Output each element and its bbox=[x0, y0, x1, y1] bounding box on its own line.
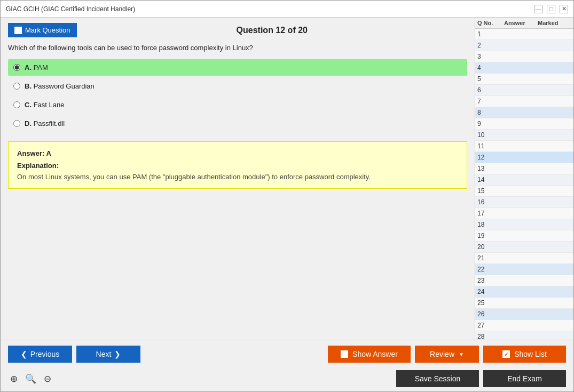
option-c[interactable]: C. Fast Lane bbox=[8, 97, 467, 113]
sidebar-row[interactable]: 27 bbox=[475, 320, 573, 331]
row-qnum: 20 bbox=[477, 243, 504, 251]
row-qnum: 11 bbox=[477, 142, 504, 150]
row-marked bbox=[538, 322, 571, 329]
bottom-bar: Previous Next Show Answer Review ▼ ✓ Sho… bbox=[1, 340, 573, 391]
title-bar: GIAC GCIH (GIAC Certified Incident Handl… bbox=[1, 1, 573, 18]
zoom-out-button[interactable]: ⊖ bbox=[42, 372, 53, 386]
sidebar-row[interactable]: 22 bbox=[475, 264, 573, 275]
row-answer bbox=[504, 120, 538, 127]
sidebar-row[interactable]: 21 bbox=[475, 253, 573, 264]
row-answer bbox=[504, 30, 538, 38]
sidebar-row[interactable]: 18 bbox=[475, 219, 573, 230]
sidebar-row[interactable]: 4 bbox=[475, 62, 573, 74]
sidebar-row[interactable]: 16 bbox=[475, 197, 573, 208]
row-qnum: 23 bbox=[477, 277, 504, 284]
previous-label: Previous bbox=[30, 350, 59, 358]
row-qnum: 12 bbox=[477, 154, 504, 161]
row-marked bbox=[538, 53, 571, 60]
row-qnum: 26 bbox=[477, 310, 504, 318]
radio-a[interactable] bbox=[13, 64, 20, 71]
review-button[interactable]: Review ▼ bbox=[415, 346, 479, 363]
sidebar-row[interactable]: 13 bbox=[475, 163, 573, 174]
row-marked bbox=[538, 232, 571, 239]
row-marked bbox=[538, 266, 571, 273]
row-answer bbox=[504, 131, 538, 139]
sidebar-row[interactable]: 12 bbox=[475, 152, 573, 163]
row-answer bbox=[504, 310, 538, 318]
row-marked bbox=[538, 277, 571, 284]
col-answer: Answer bbox=[504, 20, 538, 26]
show-answer-label: Show Answer bbox=[352, 350, 398, 358]
row-answer bbox=[504, 254, 538, 262]
sidebar-row[interactable]: 19 bbox=[475, 230, 573, 242]
option-a[interactable]: A. PAM bbox=[8, 59, 467, 76]
sidebar-row[interactable]: 11 bbox=[475, 141, 573, 152]
zoom-in-button[interactable]: ⊕ bbox=[8, 372, 20, 386]
row-marked bbox=[538, 120, 571, 127]
minimize-button[interactable]: — bbox=[534, 5, 542, 13]
row-qnum: 3 bbox=[477, 53, 504, 60]
radio-c[interactable] bbox=[13, 101, 20, 108]
option-a-label: A. bbox=[25, 63, 34, 71]
option-d[interactable]: D. Passfilt.dll bbox=[8, 115, 467, 132]
sidebar-row[interactable]: 20 bbox=[475, 242, 573, 253]
row-marked bbox=[538, 131, 571, 139]
question-text: Which of the following tools can be used… bbox=[8, 44, 467, 52]
arrow-left-icon bbox=[21, 350, 27, 358]
mark-question-button[interactable]: Mark Question bbox=[8, 23, 77, 37]
row-marked bbox=[538, 75, 571, 83]
row-marked bbox=[538, 98, 571, 105]
sidebar-row[interactable]: 25 bbox=[475, 298, 573, 309]
row-answer bbox=[504, 42, 538, 49]
radio-d[interactable] bbox=[13, 120, 20, 127]
show-answer-button[interactable]: Show Answer bbox=[328, 346, 411, 363]
show-list-button[interactable]: ✓ Show List bbox=[483, 346, 566, 363]
row-marked bbox=[538, 198, 571, 206]
close-button[interactable]: ✕ bbox=[560, 5, 568, 13]
row-marked bbox=[538, 254, 571, 262]
sidebar-row[interactable]: 6 bbox=[475, 85, 573, 96]
sidebar-row[interactable]: 9 bbox=[475, 118, 573, 130]
sidebar-row[interactable]: 23 bbox=[475, 275, 573, 286]
sidebar-row[interactable]: 17 bbox=[475, 208, 573, 219]
previous-button[interactable]: Previous bbox=[8, 346, 72, 363]
sidebar-row[interactable]: 24 bbox=[475, 286, 573, 298]
row-answer bbox=[504, 98, 538, 105]
sidebar-row[interactable]: 2 bbox=[475, 40, 573, 51]
row-marked bbox=[538, 176, 571, 183]
end-exam-button[interactable]: End Exam bbox=[483, 370, 566, 387]
row-answer bbox=[504, 165, 538, 172]
row-answer bbox=[504, 154, 538, 161]
bookmark-icon bbox=[14, 27, 22, 34]
review-label: Review bbox=[430, 350, 454, 358]
sidebar-row[interactable]: 15 bbox=[475, 186, 573, 197]
row-qnum: 22 bbox=[477, 266, 504, 273]
option-b[interactable]: B. Password Guardian bbox=[8, 78, 467, 94]
sidebar-row[interactable]: 5 bbox=[475, 74, 573, 85]
radio-b[interactable] bbox=[13, 83, 20, 90]
sidebar-row[interactable]: 7 bbox=[475, 96, 573, 107]
row-marked bbox=[538, 310, 571, 318]
sidebar-row[interactable]: 10 bbox=[475, 130, 573, 141]
sidebar-row[interactable]: 28 bbox=[475, 331, 573, 340]
sidebar-row[interactable]: 8 bbox=[475, 107, 573, 118]
maximize-button[interactable]: □ bbox=[547, 5, 555, 13]
sidebar-row[interactable]: 26 bbox=[475, 309, 573, 320]
row-answer bbox=[504, 198, 538, 206]
save-session-button[interactable]: Save Session bbox=[396, 370, 479, 387]
sidebar-row[interactable]: 14 bbox=[475, 174, 573, 186]
sidebar-row[interactable]: 3 bbox=[475, 51, 573, 62]
row-answer bbox=[504, 333, 538, 340]
sidebar-row[interactable]: 1 bbox=[475, 29, 573, 40]
next-button[interactable]: Next bbox=[76, 346, 140, 363]
row-marked bbox=[538, 109, 571, 116]
show-list-label: Show List bbox=[514, 350, 547, 358]
zoom-reset-button[interactable]: 🔍 bbox=[23, 372, 38, 386]
answer-label: Answer: A bbox=[17, 149, 458, 157]
sidebar-list[interactable]: 1234567891011121314151617181920212223242… bbox=[475, 29, 573, 340]
row-answer bbox=[504, 176, 538, 183]
row-marked bbox=[538, 210, 571, 217]
row-answer bbox=[504, 187, 538, 195]
row-answer bbox=[504, 243, 538, 251]
option-d-text: Passfilt.dll bbox=[34, 119, 65, 127]
